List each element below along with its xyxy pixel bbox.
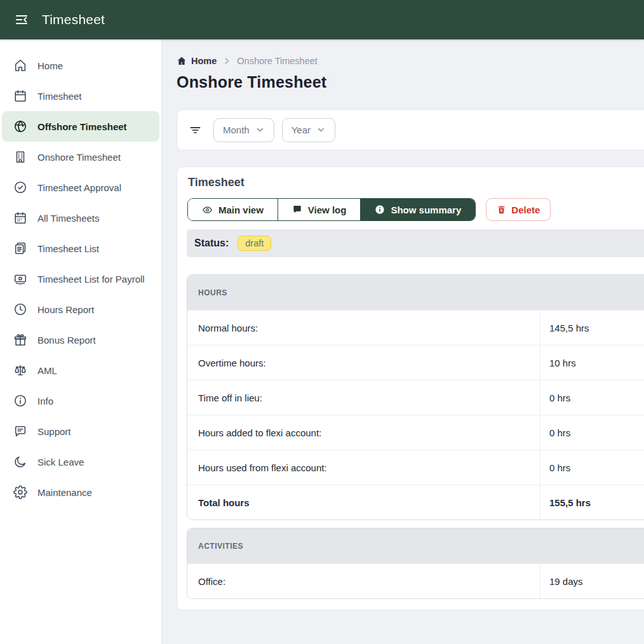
sidebar-item-bonus-report[interactable]: Bonus Report [2,325,159,355]
row-value: 19 days [540,564,644,598]
sidebar-item-label: All Timesheets [37,213,100,224]
row-value: 0 hrs [540,380,644,415]
status-bar: Status: draft [187,229,644,257]
sidebar-item-label: Sick Leave [37,457,84,467]
card-title: Timesheet [188,176,644,189]
sidebar-item-maintenance[interactable]: Maintenance [2,477,159,507]
year-select-label: Year [292,124,311,135]
banknote-icon [13,271,28,286]
table-row: Overtime hours: 10 hrs [187,345,644,380]
info-filled-icon [375,205,385,215]
row-value: 145,5 hrs [540,311,644,345]
delete-label: Delete [511,205,540,215]
delete-button[interactable]: Delete [486,198,551,221]
row-value: 10 hrs [540,345,644,380]
show-summary-label: Show summary [391,205,461,215]
sidebar-item-label: Timesheet Approval [37,182,121,193]
table-row: Time off in lieu: 0 hrs [187,380,644,415]
card-actions: Main view View log Show summary [187,198,644,221]
sidebar-item-sick-leave[interactable]: Sick Leave [2,446,159,477]
sidebar-item-label: Offshore Timesheet [37,121,127,132]
view-log-label: View log [308,205,347,215]
message-icon [13,424,28,439]
year-select[interactable]: Year [282,118,335,142]
table-row: Hours used from flexi account: 0 hrs [187,450,644,485]
table-row: Normal hours: 145,5 hrs [187,310,644,345]
gift-icon [13,332,28,347]
app-header: Timesheet [0,0,644,39]
breadcrumb-home-link[interactable]: Home [191,56,217,66]
sidebar-item-offshore-timesheet[interactable]: Offshore Timesheet [2,111,159,142]
clipboard-list-icon [13,241,28,256]
sidebar: Home Timesheet Offshore Timesheet Onshor… [0,39,162,644]
row-value: 0 hrs [540,450,644,485]
sidebar-item-label: Bonus Report [37,335,96,345]
row-label: Time off in lieu: [187,380,540,415]
hours-table: HOURS Normal hours: 145,5 hrs Overtime h… [187,274,644,520]
hours-section-header: HOURS [187,275,644,310]
sidebar-item-label: Hours Report [37,304,94,315]
table-row: Office: 19 days [187,563,644,598]
sidebar-item-home[interactable]: Home [2,50,159,81]
calendar-icon [13,88,28,104]
chevron-down-icon [316,125,326,135]
activities-section-header: ACTIVITIES [187,528,644,563]
month-select[interactable]: Month [213,118,274,142]
sidebar-item-timesheet[interactable]: Timesheet [2,81,159,111]
sidebar-item-onshore-timesheet[interactable]: Onshore Timesheet [2,142,159,172]
view-button-group: Main view View log Show summary [187,198,476,221]
status-label: Status: [194,238,229,249]
show-summary-button[interactable]: Show summary [360,199,475,220]
sidebar-item-timesheet-list[interactable]: Timesheet List [2,233,159,264]
main-content: Home Onshore Timesheet Onshore Timesheet… [162,39,644,644]
row-label: Normal hours: [187,311,540,345]
home-filled-icon [177,56,187,66]
sidebar-item-info[interactable]: Info [2,386,159,416]
app-title: Timesheet [42,12,105,27]
view-log-button[interactable]: View log [278,199,361,220]
main-view-button[interactable]: Main view [188,199,278,220]
row-label: Overtime hours: [187,345,540,380]
message-filled-icon [292,205,302,215]
breadcrumb: Home Onshore Timesheet [177,56,644,66]
trash-icon [497,205,506,215]
check-circle-icon [13,180,28,195]
status-badge: draft [238,236,271,251]
sidebar-collapse-icon[interactable] [11,9,33,30]
month-select-label: Month [223,124,250,135]
sidebar-item-label: Timesheet [37,91,81,102]
gear-icon [13,485,28,500]
chevron-right-icon [222,57,231,65]
sidebar-item-label: Timesheet List for Payroll [37,274,145,285]
sidebar-item-timesheet-approval[interactable]: Timesheet Approval [2,172,159,203]
row-value: 0 hrs [540,415,644,450]
breadcrumb-current: Onshore Timesheet [237,56,318,66]
total-row: Total hours 155,5 hrs [187,485,644,520]
total-label: Total hours [187,485,540,520]
main-view-label: Main view [218,205,264,215]
calendar-dots-icon [13,210,28,225]
moon-icon [13,454,28,469]
total-value: 155,5 hrs [540,485,644,520]
timesheet-card: Timesheet Main view View log [177,166,644,610]
clock-icon [13,302,28,317]
row-label: Office: [187,564,540,598]
sidebar-item-label: Onshore Timesheet [37,152,121,163]
page-title: Onshore Timesheet [177,73,644,91]
globe-icon [13,119,28,134]
sidebar-item-label: Info [37,396,53,406]
activities-table: ACTIVITIES Office: 19 days [187,528,644,599]
sidebar-item-label: Home [37,60,63,71]
sidebar-item-hours-report[interactable]: Hours Report [2,294,159,325]
chevron-down-icon [255,125,265,135]
sidebar-item-aml[interactable]: AML [2,355,159,386]
sidebar-item-all-timesheets[interactable]: All Timesheets [2,203,159,233]
sidebar-item-support[interactable]: Support [2,416,159,446]
sidebar-item-timesheet-list-for-payroll[interactable]: Timesheet List for Payroll [2,264,159,294]
eye-icon [202,205,213,215]
sidebar-item-label: AML [37,365,57,376]
filter-bar: Month Year [177,109,644,151]
home-icon [13,58,28,73]
sidebar-item-label: Support [37,426,71,437]
scales-icon [13,363,28,378]
